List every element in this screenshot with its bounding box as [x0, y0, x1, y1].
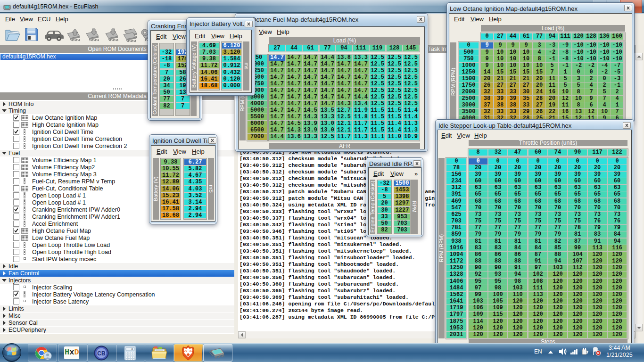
svg-text:0: 0: [131, 348, 133, 351]
svg-text:CB: CB: [97, 350, 106, 357]
